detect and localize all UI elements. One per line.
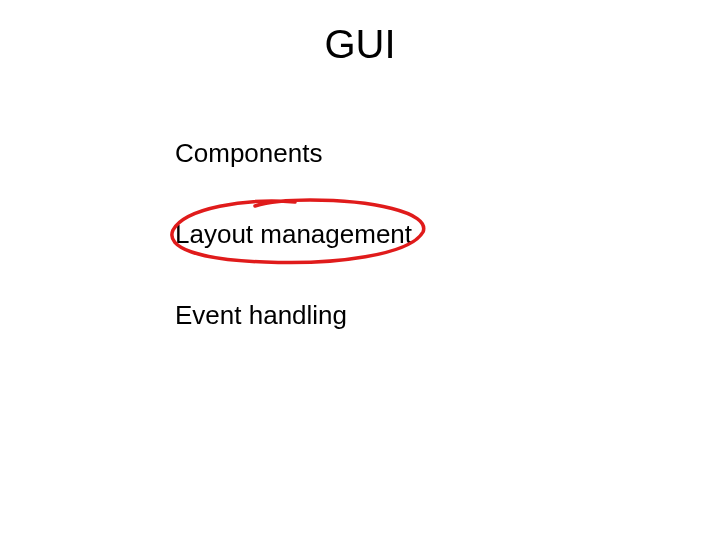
list-item: Components [175,138,322,169]
list-item: Event handling [175,300,347,331]
slide-title: GUI [0,22,720,67]
list-item: Layout management [175,219,412,250]
